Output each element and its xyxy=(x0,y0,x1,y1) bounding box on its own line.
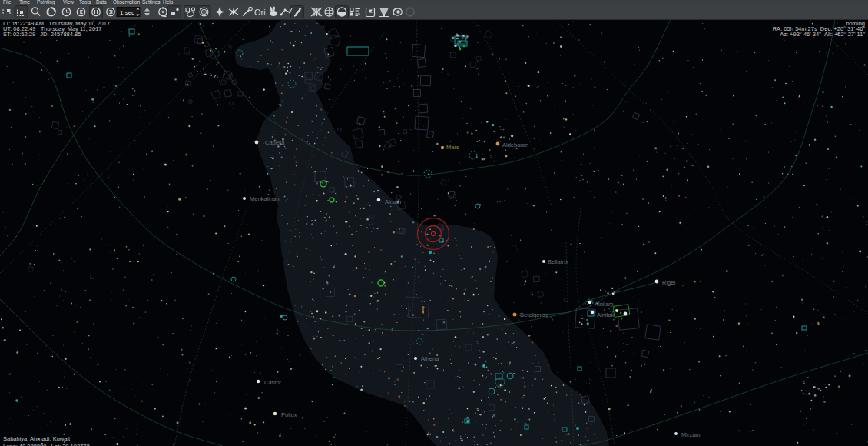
svg-text:Alnath: Alnath xyxy=(385,198,401,205)
svg-text:Long: 48.088889 Lat: 29.1027: Long: 48.088889 Lat: 29.102778 xyxy=(3,443,90,446)
svg-text:Ori: Ori xyxy=(254,8,266,17)
svg-text:Alhena: Alhena xyxy=(421,355,439,362)
svg-text:Aldebaran: Aldebaran xyxy=(502,141,528,148)
svg-text:ST: 02:52:29 JD: 2457884.85: ST: 02:52:29 JD: 2457884.85 xyxy=(3,31,81,38)
svg-text:Sabahiya, Ahmadi, Kuwait: Sabahiya, Ahmadi, Kuwait xyxy=(3,435,71,442)
svg-text:Pollux: Pollux xyxy=(281,411,297,418)
svg-text:Castor: Castor xyxy=(264,379,282,386)
svg-text:Alnilam: Alnilam xyxy=(595,301,614,308)
svg-text:Bellatrix: Bellatrix xyxy=(548,258,568,265)
svg-text:Mars: Mars xyxy=(446,144,459,151)
svg-text:Az: +93° 46' 34" Alt: +52° 27: Az: +93° 46' 34" Alt: +52° 27' 11" xyxy=(780,31,865,38)
svg-text:Rigel: Rigel xyxy=(662,279,675,286)
svg-text:Menkalinan: Menkalinan xyxy=(250,195,279,202)
svg-text:Betelgeuse: Betelgeuse xyxy=(520,311,549,318)
svg-text:Mirzam: Mirzam xyxy=(681,431,701,438)
svg-text:Capella: Capella xyxy=(265,139,285,146)
svg-text:1 sec: 1 sec xyxy=(120,9,134,16)
svg-text:Alnitak: Alnitak xyxy=(597,311,615,318)
